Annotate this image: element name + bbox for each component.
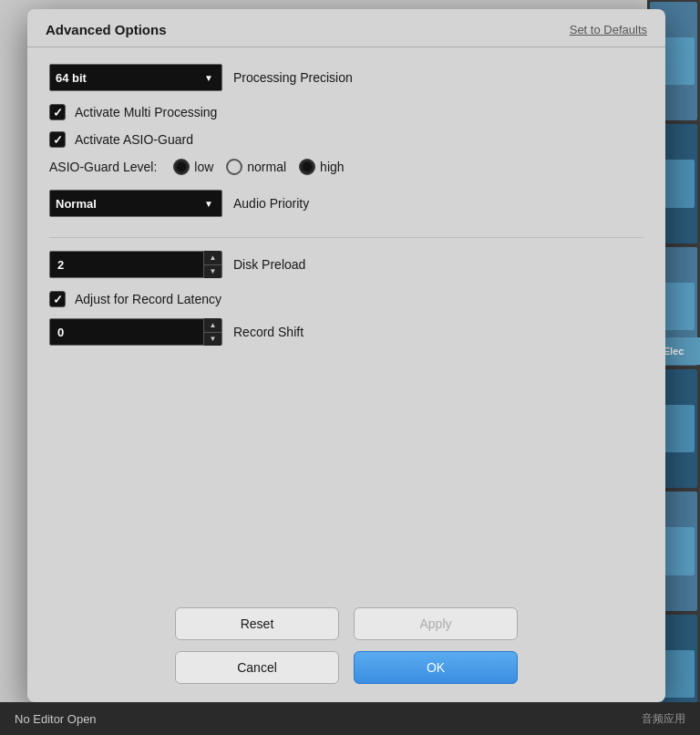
record-latency-row: ✓ Adjust for Record Latency <box>49 291 643 307</box>
audio-priority-value: Normal <box>56 197 201 211</box>
record-shift-spinner-buttons: ▲ ▼ <box>203 318 221 346</box>
advanced-options-dialog: Advanced Options Set to Defaults 64 bit … <box>27 9 665 702</box>
radio-circle-normal <box>226 159 242 175</box>
status-right-text: 音频应用 <box>642 711 685 727</box>
disk-preload-row: 2 ▲ ▼ Disk Preload <box>49 251 643 278</box>
disk-preload-increment-button[interactable]: ▲ <box>204 251 221 265</box>
multi-processing-checkmark: ✓ <box>53 107 63 119</box>
footer-row-1: Reset Apply <box>49 607 643 640</box>
multi-processing-checkbox[interactable]: ✓ <box>49 104 66 120</box>
processing-precision-dropdown[interactable]: 64 bit ▼ <box>49 64 222 91</box>
record-shift-label: Record Shift <box>233 325 304 339</box>
radio-item-high[interactable]: high <box>299 159 344 175</box>
asio-guard-row: ✓ Activate ASIO-Guard <box>49 131 643 148</box>
radio-circle-high <box>299 159 315 175</box>
processing-precision-value: 64 bit <box>56 71 201 85</box>
disk-preload-decrement-button[interactable]: ▼ <box>204 265 221 279</box>
radio-item-low[interactable]: low <box>173 159 213 175</box>
disk-preload-spinner-buttons: ▲ ▼ <box>203 251 221 278</box>
processing-precision-row: 64 bit ▼ Processing Precision <box>49 64 643 91</box>
audio-priority-arrow-icon: ▼ <box>201 196 216 211</box>
apply-button[interactable]: Apply <box>354 607 518 640</box>
asio-guard-level-row: ASIO-Guard Level: low normal high <box>49 159 643 175</box>
record-latency-checkbox[interactable]: ✓ <box>49 291 66 307</box>
radio-label-normal: normal <box>247 160 286 174</box>
audio-priority-dropdown[interactable]: Normal ▼ <box>49 190 222 217</box>
radio-label-high: high <box>320 160 344 174</box>
footer-row-2: Cancel OK <box>49 651 643 684</box>
multi-processing-label: Activate Multi Processing <box>75 105 217 119</box>
audio-priority-row: Normal ▼ Audio Priority <box>49 190 643 217</box>
asio-guard-level-radio-group: low normal high <box>173 159 344 175</box>
asio-guard-level-label: ASIO-Guard Level: <box>49 160 157 174</box>
disk-preload-label: Disk Preload <box>233 257 305 272</box>
set-defaults-link[interactable]: Set to Defaults <box>570 23 647 36</box>
asio-guard-checkbox[interactable]: ✓ <box>49 131 66 148</box>
status-bar: No Editor Open 音频应用 <box>0 702 700 735</box>
processing-precision-label: Processing Precision <box>233 70 353 85</box>
disk-preload-value: 2 <box>50 258 203 272</box>
radio-label-low: low <box>194 160 213 174</box>
record-latency-label: Adjust for Record Latency <box>75 292 221 306</box>
reset-button[interactable]: Reset <box>175 607 339 640</box>
record-shift-decrement-button[interactable]: ▼ <box>204 333 221 347</box>
multi-processing-row: ✓ Activate Multi Processing <box>49 104 643 120</box>
record-latency-checkmark: ✓ <box>53 294 63 305</box>
disk-preload-spinner[interactable]: 2 ▲ ▼ <box>49 251 222 278</box>
record-shift-spinner[interactable]: 0 ▲ ▼ <box>49 318 222 346</box>
dialog-title: Advanced Options <box>46 22 167 37</box>
ok-button[interactable]: OK <box>354 651 518 684</box>
cancel-button[interactable]: Cancel <box>175 651 339 684</box>
asio-guard-checkmark: ✓ <box>53 134 63 146</box>
dialog-header: Advanced Options Set to Defaults <box>27 9 665 47</box>
status-text: No Editor Open <box>15 712 97 726</box>
radio-item-normal[interactable]: normal <box>226 159 286 175</box>
audio-priority-label: Audio Priority <box>233 196 309 211</box>
record-shift-increment-button[interactable]: ▲ <box>204 318 221 333</box>
record-shift-row: 0 ▲ ▼ Record Shift <box>49 318 643 346</box>
asio-guard-label: Activate ASIO-Guard <box>75 132 193 147</box>
separator-1 <box>49 237 643 238</box>
dropdown-arrow-icon: ▼ <box>201 70 216 85</box>
record-shift-value: 0 <box>50 326 203 339</box>
radio-circle-low <box>173 159 190 175</box>
dialog-footer: Reset Apply Cancel OK <box>27 598 665 702</box>
dialog-content: 64 bit ▼ Processing Precision ✓ Activate… <box>27 47 665 598</box>
